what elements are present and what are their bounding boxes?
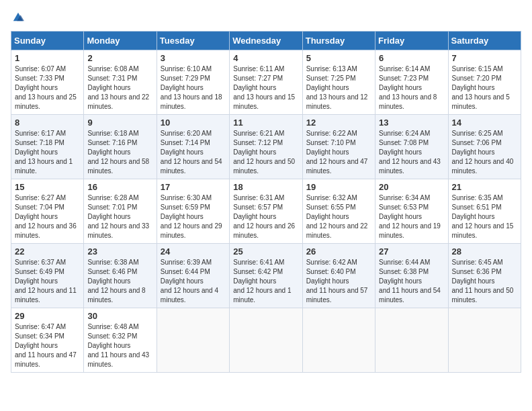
calendar-cell: 30 Sunrise: 6:48 AM Sunset: 6:32 PM Dayl… xyxy=(84,308,157,373)
calendar-cell: 29 Sunrise: 6:47 AM Sunset: 6:34 PM Dayl… xyxy=(11,308,84,373)
col-header-thursday: Thursday xyxy=(302,32,375,50)
calendar-cell: 20 Sunrise: 6:34 AM Sunset: 6:53 PM Dayl… xyxy=(375,179,448,244)
calendar-cell: 27 Sunrise: 6:44 AM Sunset: 6:38 PM Dayl… xyxy=(375,244,448,308)
day-number: 16 xyxy=(87,182,152,192)
day-number: 28 xyxy=(452,246,517,257)
day-number: 2 xyxy=(87,53,152,63)
calendar-cell: 28 Sunrise: 6:45 AM Sunset: 6:36 PM Dayl… xyxy=(448,244,521,308)
calendar-cell: 23 Sunrise: 6:38 AM Sunset: 6:46 PM Dayl… xyxy=(84,244,157,308)
calendar-cell: 16 Sunrise: 6:28 AM Sunset: 7:01 PM Dayl… xyxy=(84,179,157,244)
day-info: Sunrise: 6:47 AM Sunset: 6:34 PM Dayligh… xyxy=(15,322,80,369)
day-number: 23 xyxy=(87,246,152,257)
logo-icon xyxy=(12,11,24,23)
calendar-cell: 1 Sunrise: 6:07 AM Sunset: 7:33 PM Dayli… xyxy=(11,50,84,115)
calendar-cell: 7 Sunrise: 6:15 AM Sunset: 7:20 PM Dayli… xyxy=(448,50,521,115)
day-info: Sunrise: 6:27 AM Sunset: 7:04 PM Dayligh… xyxy=(15,193,80,240)
page-header xyxy=(11,11,521,23)
day-info: Sunrise: 6:42 AM Sunset: 6:40 PM Dayligh… xyxy=(306,258,371,305)
day-number: 29 xyxy=(15,311,80,321)
col-header-saturday: Saturday xyxy=(448,32,521,50)
day-info: Sunrise: 6:37 AM Sunset: 6:49 PM Dayligh… xyxy=(15,258,80,305)
day-info: Sunrise: 6:28 AM Sunset: 7:01 PM Dayligh… xyxy=(87,193,152,240)
day-number: 13 xyxy=(379,118,444,128)
calendar-cell: 25 Sunrise: 6:41 AM Sunset: 6:42 PM Dayl… xyxy=(230,244,302,308)
calendar-cell: 11 Sunrise: 6:21 AM Sunset: 7:12 PM Dayl… xyxy=(230,115,302,179)
day-info: Sunrise: 6:10 AM Sunset: 7:29 PM Dayligh… xyxy=(161,64,226,111)
day-number: 26 xyxy=(306,246,371,257)
day-info: Sunrise: 6:08 AM Sunset: 7:31 PM Dayligh… xyxy=(87,64,152,111)
day-number: 18 xyxy=(233,182,298,192)
day-info: Sunrise: 6:15 AM Sunset: 7:20 PM Dayligh… xyxy=(452,64,517,111)
calendar-cell: 4 Sunrise: 6:11 AM Sunset: 7:27 PM Dayli… xyxy=(230,50,302,115)
day-info: Sunrise: 6:48 AM Sunset: 6:32 PM Dayligh… xyxy=(87,322,152,369)
calendar-cell: 21 Sunrise: 6:35 AM Sunset: 6:51 PM Dayl… xyxy=(448,179,521,244)
day-info: Sunrise: 6:18 AM Sunset: 7:16 PM Dayligh… xyxy=(87,129,152,176)
day-number: 10 xyxy=(161,118,226,128)
day-info: Sunrise: 6:45 AM Sunset: 6:36 PM Dayligh… xyxy=(452,258,517,305)
day-info: Sunrise: 6:13 AM Sunset: 7:25 PM Dayligh… xyxy=(306,64,371,111)
calendar-cell: 26 Sunrise: 6:42 AM Sunset: 6:40 PM Dayl… xyxy=(302,244,375,308)
calendar-cell: 14 Sunrise: 6:25 AM Sunset: 7:06 PM Dayl… xyxy=(448,115,521,179)
day-number: 20 xyxy=(379,182,444,192)
day-number: 17 xyxy=(161,182,226,192)
calendar-cell: 18 Sunrise: 6:31 AM Sunset: 6:57 PM Dayl… xyxy=(230,179,302,244)
day-info: Sunrise: 6:14 AM Sunset: 7:23 PM Dayligh… xyxy=(379,64,444,111)
day-info: Sunrise: 6:22 AM Sunset: 7:10 PM Dayligh… xyxy=(306,129,371,176)
calendar-cell xyxy=(448,308,521,373)
calendar-cell: 5 Sunrise: 6:13 AM Sunset: 7:25 PM Dayli… xyxy=(302,50,375,115)
day-info: Sunrise: 6:35 AM Sunset: 6:51 PM Dayligh… xyxy=(452,193,517,240)
calendar-cell: 3 Sunrise: 6:10 AM Sunset: 7:29 PM Dayli… xyxy=(157,50,229,115)
day-info: Sunrise: 6:11 AM Sunset: 7:27 PM Dayligh… xyxy=(233,64,298,111)
day-info: Sunrise: 6:17 AM Sunset: 7:18 PM Dayligh… xyxy=(15,129,80,176)
day-number: 12 xyxy=(306,118,371,128)
day-number: 19 xyxy=(306,182,371,192)
day-number: 8 xyxy=(15,118,80,128)
day-info: Sunrise: 6:39 AM Sunset: 6:44 PM Dayligh… xyxy=(161,258,226,305)
day-number: 11 xyxy=(233,118,298,128)
col-header-sunday: Sunday xyxy=(11,32,84,50)
calendar-cell: 17 Sunrise: 6:30 AM Sunset: 6:59 PM Dayl… xyxy=(157,179,229,244)
day-info: Sunrise: 6:25 AM Sunset: 7:06 PM Dayligh… xyxy=(452,129,517,176)
calendar-cell: 6 Sunrise: 6:14 AM Sunset: 7:23 PM Dayli… xyxy=(375,50,448,115)
calendar-week-1: 8 Sunrise: 6:17 AM Sunset: 7:18 PM Dayli… xyxy=(11,115,521,179)
day-info: Sunrise: 6:34 AM Sunset: 6:53 PM Dayligh… xyxy=(379,193,444,240)
day-number: 3 xyxy=(161,53,226,63)
calendar-week-4: 29 Sunrise: 6:47 AM Sunset: 6:34 PM Dayl… xyxy=(11,308,521,373)
col-header-friday: Friday xyxy=(375,32,448,50)
day-info: Sunrise: 6:32 AM Sunset: 6:55 PM Dayligh… xyxy=(306,193,371,240)
day-info: Sunrise: 6:44 AM Sunset: 6:38 PM Dayligh… xyxy=(379,258,444,305)
calendar-cell: 24 Sunrise: 6:39 AM Sunset: 6:44 PM Dayl… xyxy=(157,244,229,308)
calendar-cell: 9 Sunrise: 6:18 AM Sunset: 7:16 PM Dayli… xyxy=(84,115,157,179)
day-number: 4 xyxy=(233,53,298,63)
calendar-cell: 12 Sunrise: 6:22 AM Sunset: 7:10 PM Dayl… xyxy=(302,115,375,179)
logo xyxy=(11,11,24,23)
day-number: 27 xyxy=(379,246,444,257)
calendar-cell: 2 Sunrise: 6:08 AM Sunset: 7:31 PM Dayli… xyxy=(84,50,157,115)
day-number: 5 xyxy=(306,53,371,63)
calendar-week-2: 15 Sunrise: 6:27 AM Sunset: 7:04 PM Dayl… xyxy=(11,179,521,244)
calendar-cell: 13 Sunrise: 6:24 AM Sunset: 7:08 PM Dayl… xyxy=(375,115,448,179)
day-info: Sunrise: 6:20 AM Sunset: 7:14 PM Dayligh… xyxy=(161,129,226,176)
calendar-cell xyxy=(375,308,448,373)
calendar-week-0: 1 Sunrise: 6:07 AM Sunset: 7:33 PM Dayli… xyxy=(11,50,521,115)
day-number: 6 xyxy=(379,53,444,63)
calendar-cell: 8 Sunrise: 6:17 AM Sunset: 7:18 PM Dayli… xyxy=(11,115,84,179)
day-info: Sunrise: 6:31 AM Sunset: 6:57 PM Dayligh… xyxy=(233,193,298,240)
calendar-table: SundayMondayTuesdayWednesdayThursdayFrid… xyxy=(11,31,521,373)
day-number: 25 xyxy=(233,246,298,257)
day-info: Sunrise: 6:30 AM Sunset: 6:59 PM Dayligh… xyxy=(161,193,226,240)
day-number: 22 xyxy=(15,246,80,257)
day-number: 24 xyxy=(161,246,226,257)
day-info: Sunrise: 6:21 AM Sunset: 7:12 PM Dayligh… xyxy=(233,129,298,176)
calendar-cell xyxy=(230,308,302,373)
calendar-cell: 19 Sunrise: 6:32 AM Sunset: 6:55 PM Dayl… xyxy=(302,179,375,244)
col-header-monday: Monday xyxy=(84,32,157,50)
day-number: 15 xyxy=(15,182,80,192)
calendar-cell: 15 Sunrise: 6:27 AM Sunset: 7:04 PM Dayl… xyxy=(11,179,84,244)
day-number: 1 xyxy=(15,53,80,63)
day-number: 14 xyxy=(452,118,517,128)
day-info: Sunrise: 6:41 AM Sunset: 6:42 PM Dayligh… xyxy=(233,258,298,305)
col-header-wednesday: Wednesday xyxy=(230,32,302,50)
calendar-cell: 22 Sunrise: 6:37 AM Sunset: 6:49 PM Dayl… xyxy=(11,244,84,308)
day-number: 30 xyxy=(87,311,152,321)
